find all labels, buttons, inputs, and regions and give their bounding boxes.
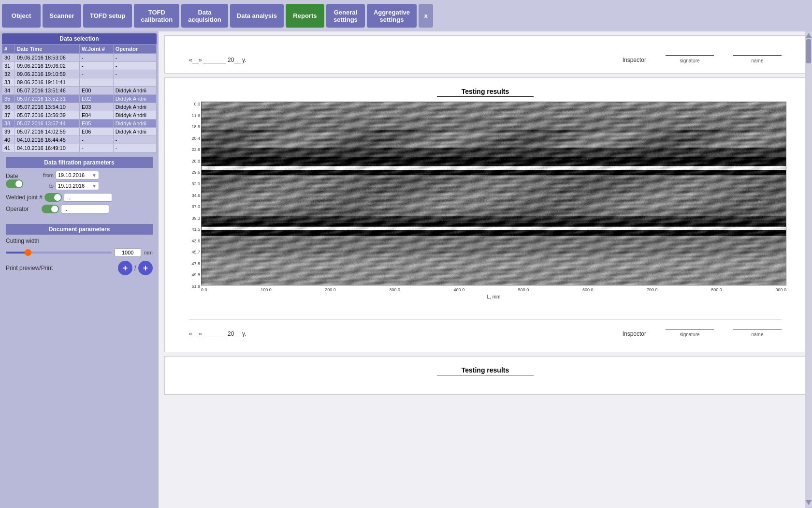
date-to-value: 19.10.2016 — [58, 183, 85, 189]
nav-close[interactable]: x — [419, 4, 433, 28]
report-page-scan: Testing results 0.0 11.6 18.6 20.4 23.8 … — [164, 77, 806, 352]
operator-toggle[interactable] — [42, 205, 59, 213]
slider-thumb[interactable] — [25, 249, 31, 256]
table-cell-joint: - — [79, 54, 113, 62]
table-cell-num: 36 — [2, 103, 15, 111]
right-scrollbar[interactable] — [805, 31, 812, 508]
y-label-1: 11.6 — [184, 113, 201, 118]
main-layout: Data selection # Date Time W.Joint # Ope… — [0, 31, 812, 508]
data-table-wrapper[interactable]: # Date Time W.Joint # Operator 3009.06.2… — [2, 44, 157, 152]
from-label: from — [42, 172, 54, 178]
name-block-bottom: name — [733, 324, 782, 337]
table-cell-joint: - — [79, 144, 113, 152]
date-from-input[interactable]: 19.10.2016 ▼ — [56, 171, 99, 179]
table-row[interactable]: 3309.06.2016 19:11:41-- — [2, 78, 157, 87]
print-preview-button[interactable]: + — [118, 261, 132, 275]
table-row[interactable]: 3009.06.2016 18:53:06-- — [2, 54, 157, 62]
print-row: Print preview/Print + / + — [6, 261, 153, 275]
col-datetime: Date Time — [14, 45, 79, 54]
table-row[interactable]: 3805.07.2016 13:57:44E05Diddyk Andrii — [2, 120, 157, 128]
col-num: # — [2, 45, 15, 54]
testing-results-title: Testing results — [179, 88, 791, 97]
date-from-arrow-icon[interactable]: ▼ — [92, 173, 97, 178]
slider-track — [6, 252, 112, 254]
table-row[interactable]: 3605.07.2016 13:54:10E03Diddyk Andrii — [2, 103, 157, 111]
table-cell-operator: Diddyk Andrii — [113, 87, 156, 95]
nav-scanner[interactable]: Scanner — [43, 4, 81, 28]
cutting-width-input[interactable] — [115, 248, 141, 257]
print-button[interactable]: + — [138, 261, 153, 275]
report-page-top: «__» _______ 20__ y. Inspector signature… — [164, 35, 806, 74]
slider-fill — [6, 252, 27, 254]
table-row[interactable]: 3209.06.2016 19:10:59-- — [2, 70, 157, 78]
table-cell-num: 40 — [2, 136, 15, 144]
date-to-arrow-icon[interactable]: ▼ — [92, 183, 97, 189]
table-body: 3009.06.2016 18:53:06--3109.06.2016 19:0… — [2, 54, 157, 152]
scrollbar-thumb[interactable] — [806, 39, 811, 63]
right-content-area[interactable]: «__» _______ 20__ y. Inspector signature… — [159, 31, 812, 508]
top-navigation: Object Scanner TOFD setup TOFD calibrati… — [0, 0, 812, 31]
date-to-input[interactable]: 19.10.2016 ▼ — [56, 181, 99, 190]
table-cell-datetime: 05.07.2016 14:02:59 — [14, 128, 79, 136]
data-selection-header: Data selection — [2, 33, 157, 44]
y-label-7: 32.0 — [184, 181, 201, 186]
nav-reports[interactable]: Reports — [286, 4, 324, 28]
cutting-width-slider[interactable] — [6, 249, 112, 256]
table-cell-operator: - — [113, 144, 156, 152]
table-cell-datetime: 04.10.2016 16:49:10 — [14, 144, 79, 152]
table-row[interactable]: 3505.07.2016 13:52:31E02Diddyk Andrii — [2, 95, 157, 103]
nav-tofd-calibration[interactable]: TOFD calibration — [134, 4, 179, 28]
print-buttons: + / + — [118, 261, 153, 275]
mm-unit-label: mm — [144, 250, 153, 255]
y-label-0: 0.0 — [184, 102, 201, 106]
y-label-15: 49.8 — [184, 272, 201, 277]
date-filter-row: Date from 19.10.2016 ▼ to 19.10.2 — [6, 171, 153, 190]
scan-wrapper: 0.0 11.6 18.6 20.4 23.8 28.8 29.6 32.0 3… — [184, 102, 786, 299]
y-axis: 0.0 11.6 18.6 20.4 23.8 28.8 29.6 32.0 3… — [184, 102, 201, 289]
table-row[interactable]: 3905.07.2016 14:02:59E06Diddyk Andrii — [2, 128, 157, 136]
nav-tofd-setup[interactable]: TOFD setup — [83, 4, 132, 28]
name-line-bottom — [733, 329, 782, 329]
date-to-row: to 19.10.2016 ▼ — [42, 181, 99, 190]
date-inputs-group: from 19.10.2016 ▼ to 19.10.2016 ▼ — [42, 171, 99, 190]
table-cell-operator: - — [113, 78, 156, 87]
operator-input[interactable] — [61, 205, 109, 213]
col-wjoint: W.Joint # — [79, 45, 113, 54]
signature-line-top — [666, 55, 714, 56]
table-row[interactable]: 4104.10.2016 16:49:10-- — [2, 144, 157, 152]
table-cell-num: 37 — [2, 111, 15, 120]
y-label-5: 28.8 — [184, 159, 201, 164]
scrollbar-down-arrow-icon[interactable] — [806, 500, 812, 505]
table-cell-joint: E04 — [79, 111, 113, 120]
nav-data-acquisition[interactable]: Data acquisition — [181, 4, 228, 28]
y-label-6: 29.6 — [184, 170, 201, 175]
table-cell-num: 38 — [2, 120, 15, 128]
table-row[interactable]: 3109.06.2016 19:06:02-- — [2, 62, 157, 70]
inspector-line-bottom: «__» _______ 20__ y. Inspector signature… — [179, 319, 791, 342]
inspector-label-bottom: Inspector — [623, 330, 646, 337]
inspector-line-top: «__» _______ 20__ y. Inspector signature… — [179, 45, 791, 68]
scrollbar-up-arrow-icon[interactable] — [806, 33, 812, 38]
nav-general-settings[interactable]: General settings — [326, 4, 365, 28]
table-row[interactable]: 3405.07.2016 13:51:46E00Diddyk Andrii — [2, 87, 157, 95]
table-cell-datetime: 05.07.2016 13:51:46 — [14, 87, 79, 95]
nav-data-analysis[interactable]: Data analysis — [230, 4, 284, 28]
scan-canvas — [202, 102, 786, 285]
name-label-bottom: name — [733, 332, 782, 337]
x-label-5: 500.0 — [518, 287, 529, 292]
table-cell-operator: - — [113, 70, 156, 78]
table-cell-num: 35 — [2, 95, 15, 103]
table-row[interactable]: 4004.10.2016 16:44:45-- — [2, 136, 157, 144]
x-label-7: 700.0 — [647, 287, 658, 292]
filter-header: Data filtration parameters — [6, 157, 153, 168]
cutting-width-controls: mm — [6, 248, 153, 257]
date-text-top: «__» _______ 20__ y. — [189, 57, 246, 63]
welded-joint-toggle[interactable] — [44, 193, 62, 202]
nav-aggregative-settings[interactable]: Aggregative settings — [367, 4, 417, 28]
date-toggle[interactable] — [6, 179, 23, 188]
table-row[interactable]: 3705.07.2016 13:56:39E04Diddyk Andrii — [2, 111, 157, 120]
welded-joint-input[interactable] — [64, 193, 112, 202]
inspector-block-bottom: Inspector signature name — [623, 324, 782, 337]
nav-object[interactable]: Object — [2, 4, 41, 28]
table-cell-num: 32 — [2, 70, 15, 78]
